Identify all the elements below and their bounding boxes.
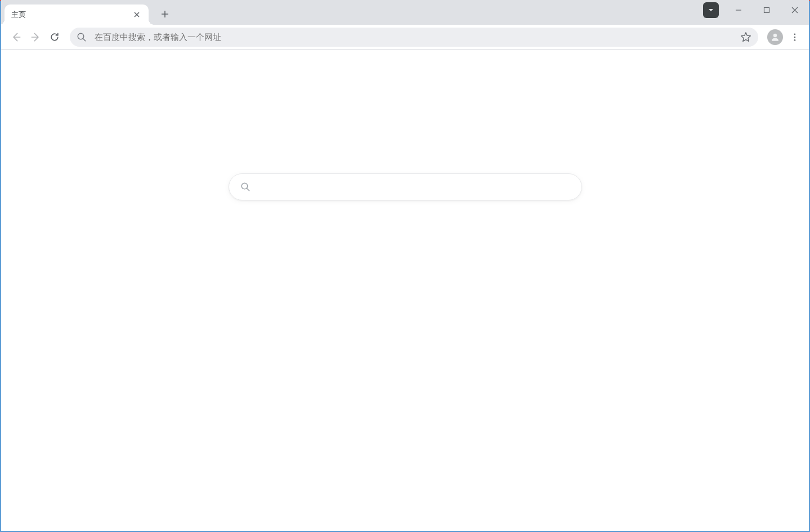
extension-button[interactable] bbox=[703, 2, 719, 18]
arrow-left-icon bbox=[11, 32, 22, 43]
maximize-icon bbox=[763, 7, 770, 14]
browser-tab[interactable]: 主页 bbox=[5, 5, 149, 25]
close-icon bbox=[791, 7, 798, 14]
star-icon bbox=[740, 32, 751, 43]
svg-point-3 bbox=[794, 33, 796, 35]
minimize-icon bbox=[735, 7, 742, 14]
search-icon bbox=[240, 182, 250, 192]
maximize-button[interactable] bbox=[753, 0, 781, 20]
toolbar bbox=[1, 25, 809, 50]
profile-button[interactable] bbox=[767, 29, 783, 45]
arrow-right-icon bbox=[30, 32, 41, 43]
close-icon bbox=[134, 12, 140, 17]
svg-point-5 bbox=[794, 39, 796, 41]
plus-icon bbox=[161, 10, 169, 18]
menu-button[interactable] bbox=[786, 29, 803, 46]
minimize-button[interactable] bbox=[724, 0, 753, 20]
omnibox[interactable] bbox=[70, 28, 758, 47]
tab-title: 主页 bbox=[11, 10, 132, 20]
new-tab-button[interactable] bbox=[156, 6, 173, 23]
svg-point-4 bbox=[794, 36, 796, 38]
more-vert-icon bbox=[790, 32, 800, 42]
close-tab-button[interactable] bbox=[132, 10, 142, 20]
forward-button[interactable] bbox=[26, 28, 45, 47]
window-controls bbox=[703, 0, 809, 20]
close-window-button[interactable] bbox=[781, 0, 809, 20]
titlebar: 主页 bbox=[1, 0, 809, 25]
content-area bbox=[1, 50, 809, 531]
svg-point-2 bbox=[773, 33, 777, 37]
bookmark-button[interactable] bbox=[740, 32, 751, 43]
omnibox-input[interactable] bbox=[95, 32, 740, 42]
center-search-box[interactable] bbox=[229, 173, 582, 200]
center-search-input[interactable] bbox=[258, 182, 570, 192]
person-icon bbox=[770, 32, 780, 42]
reload-button[interactable] bbox=[45, 28, 64, 47]
svg-rect-0 bbox=[764, 8, 769, 13]
chevron-down-icon bbox=[707, 6, 715, 14]
reload-icon bbox=[49, 32, 60, 43]
back-button[interactable] bbox=[7, 28, 26, 47]
search-icon bbox=[77, 32, 87, 42]
